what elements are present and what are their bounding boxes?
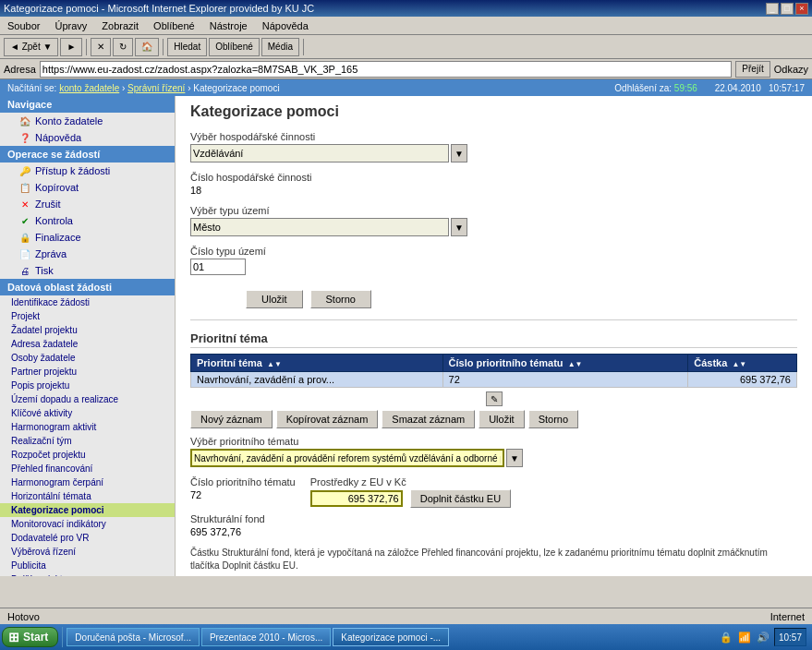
sidebar-item-zadatel-projektu[interactable]: Žadatel projektu — [0, 323, 175, 337]
go-button[interactable]: Přejít — [735, 61, 770, 78]
close-button[interactable]: × — [795, 3, 808, 15]
sidebar-item-monitorovaci[interactable]: Monitorovací indikátory — [0, 517, 175, 531]
typ-uzemi-label: Výběr typu území — [190, 205, 797, 216]
zrusit-label: Zrušit — [35, 199, 61, 210]
sidebar-item-klicove[interactable]: Klíčové aktivity — [0, 406, 175, 420]
sort-arrows-3[interactable]: ▲▼ — [732, 360, 746, 368]
back-button[interactable]: ◄ Zpět ▼ — [4, 38, 58, 56]
napoveda-label: Nápověda — [35, 132, 81, 143]
sidebar-item-pristup[interactable]: 🔑 Přístup k žádosti — [0, 162, 175, 179]
menu-soubor[interactable]: Soubor — [4, 18, 43, 33]
favorites-button[interactable]: Oblíbené — [209, 38, 260, 56]
search-button[interactable]: Hledat — [167, 38, 207, 56]
vyber-prioritniho-group: Výběr prioritního tématu ▼ — [190, 436, 797, 467]
storno-button[interactable]: Storno — [310, 290, 371, 308]
sidebar-item-dalsi[interactable]: Další projekty — [0, 572, 175, 576]
media-button[interactable]: Média — [261, 38, 299, 56]
sidebar-item-napoveda[interactable]: ❓ Nápověda — [0, 129, 175, 146]
sidebar-item-vyberova[interactable]: Výběrová řízení — [0, 545, 175, 559]
cislo-hospodarske-label: Číslo hospodářské činnosti — [190, 172, 797, 183]
toolbar-separator-1 — [86, 39, 87, 55]
sidebar-item-publicita[interactable]: Publicita — [0, 559, 175, 572]
address-bar: Adresa Přejít Odkazy — [0, 59, 812, 79]
menu-oblibene[interactable]: Oblíbené — [150, 18, 199, 33]
sidebar-item-partner[interactable]: Partner projektu — [0, 365, 175, 379]
sidebar-item-projekt[interactable]: Projekt — [0, 309, 175, 323]
sidebar-item-uzemi[interactable]: Území dopadu a realizace — [0, 392, 175, 406]
storno-zaznam-button[interactable]: Storno — [528, 410, 578, 428]
forward-button[interactable]: ► — [60, 38, 82, 56]
sidebar-item-kontrola[interactable]: ✔ Kontrola — [0, 212, 175, 229]
window-controls[interactable]: _ □ × — [766, 3, 808, 15]
sidebar-item-realizacni[interactable]: Realizační tým — [0, 434, 175, 448]
sidebar-item-zrusit[interactable]: ✕ Zrušit — [0, 196, 175, 212]
cislo-hospodarsky-group: Číslo hospodářské činnosti 18 — [190, 172, 797, 196]
prostredky-input[interactable] — [310, 490, 403, 507]
sidebar-item-zprava[interactable]: 📄 Zpráva — [0, 246, 175, 262]
stop-button[interactable]: ✕ — [91, 38, 111, 56]
sidebar-item-prehled-fin[interactable]: Přehled financování — [0, 462, 175, 475]
kopirovat-icon: 📋 — [18, 181, 31, 194]
priority-select-btn[interactable]: ▼ — [506, 449, 523, 467]
priority-select-input[interactable] — [190, 449, 504, 467]
maximize-button[interactable]: □ — [781, 3, 794, 15]
sort-arrows-1[interactable]: ▲▼ — [267, 360, 282, 368]
sidebar-item-finalizace[interactable]: 🔒 Finalizace — [0, 229, 175, 246]
priority-select-field: ▼ — [190, 449, 797, 467]
menu-zobrazit[interactable]: Zobrazit — [98, 18, 142, 33]
typ-uzemi-dropdown-btn[interactable]: ▼ — [451, 218, 467, 236]
ulozit-button[interactable]: Uložit — [246, 290, 303, 308]
sound-icon: 🔊 — [756, 630, 770, 644]
menu-upravy[interactable]: Úpravy — [51, 18, 91, 33]
kontrola-label: Kontrola — [35, 215, 73, 226]
info-text-1: Částku Strukturální fond, která je vypoč… — [190, 547, 797, 572]
novy-zaznam-button[interactable]: Nový záznam — [190, 410, 273, 428]
cislo-uzemi-label: Číslo typu území — [190, 246, 797, 257]
sidebar-item-adresa-zadatele[interactable]: Adresa žadatele — [0, 337, 175, 351]
ulozit-zaznam-button[interactable]: Uložit — [479, 410, 525, 428]
status-bar: Hotovo Internet — [0, 608, 812, 624]
cislo-hospodarske-value: 18 — [190, 185, 797, 196]
table-edit-icon[interactable]: ✎ — [486, 391, 503, 406]
sidebar-item-identifikace[interactable]: Identifikace žádosti — [0, 295, 175, 309]
address-input[interactable] — [40, 61, 733, 78]
taskbar-kategorizace[interactable]: Kategorizace pomoci -... — [333, 628, 449, 646]
refresh-button[interactable]: ↻ — [113, 38, 133, 56]
minimize-button[interactable]: _ — [766, 3, 779, 15]
sidebar-item-rozpocet[interactable]: Rozpočet projektu — [0, 448, 175, 462]
row-prioritni-tema: Navrhování, zavádění a prov... — [191, 372, 443, 388]
kopirovat-zaznam-button[interactable]: Kopírovat záznam — [276, 410, 379, 428]
datova-header: Datová oblast žádosti — [0, 279, 175, 295]
sidebar-item-horizontalni[interactable]: Horizontální témata — [0, 489, 175, 503]
breadcrumb-nav: Načítání se: konto žadatele › Správní ří… — [7, 83, 280, 93]
cislo-prioritniho-col: Číslo prioritního tématu 72 — [190, 476, 296, 500]
table-row[interactable]: Navrhování, zavádění a prov... 72 695 37… — [191, 372, 797, 388]
hospodarska-input[interactable] — [190, 144, 449, 162]
taskbar: ⊞ Start Doručená pošta - Microsof... Pre… — [0, 624, 812, 650]
sidebar-item-konto[interactable]: 🏠 Konto žadatele — [0, 113, 175, 129]
sidebar-item-osoby[interactable]: Osoby žadatele — [0, 351, 175, 365]
taskbar-prezentace[interactable]: Prezentace 2010 - Micros... — [201, 628, 331, 646]
sidebar-item-popis[interactable]: Popis projektu — [0, 379, 175, 392]
cislo-uzemi-input[interactable] — [190, 259, 246, 275]
sidebar-item-tisk[interactable]: 🖨 Tisk — [0, 262, 175, 279]
system-clock: 10:57 — [774, 628, 806, 646]
strukturalni-fond-group: Strukturální fond 695 372,76 — [190, 513, 797, 537]
sort-arrows-2[interactable]: ▲▼ — [568, 360, 583, 368]
menu-napoveda[interactable]: Nápověda — [259, 18, 312, 33]
sidebar-item-kopirovat[interactable]: 📋 Kopírovat — [0, 179, 175, 196]
sidebar-item-dodavatele[interactable]: Dodavatelé pro VR — [0, 531, 175, 545]
content-area: Kategorizace pomoci Výběr hospodářské či… — [176, 96, 812, 576]
smazat-zaznam-button[interactable]: Smazat záznam — [382, 410, 475, 428]
sidebar-item-kategorizace[interactable]: Kategorizace pomoci — [0, 503, 175, 517]
navigace-header: Navigace — [0, 96, 175, 113]
hospodarska-dropdown-btn[interactable]: ▼ — [451, 144, 467, 162]
start-button[interactable]: ⊞ Start — [2, 627, 58, 647]
doplnit-castku-button[interactable]: Doplnit částku EU — [410, 489, 511, 508]
sidebar-item-harmonogram-cerpani[interactable]: Harmonogram čerpání — [0, 475, 175, 489]
typ-uzemi-input[interactable] — [190, 218, 449, 236]
taskbar-doručená[interactable]: Doručená pošta - Microsof... — [67, 628, 200, 646]
home-button[interactable]: 🏠 — [135, 38, 159, 56]
menu-nastroje[interactable]: Nástroje — [206, 18, 251, 33]
sidebar-item-harmonogram[interactable]: Harmonogram aktivit — [0, 420, 175, 434]
